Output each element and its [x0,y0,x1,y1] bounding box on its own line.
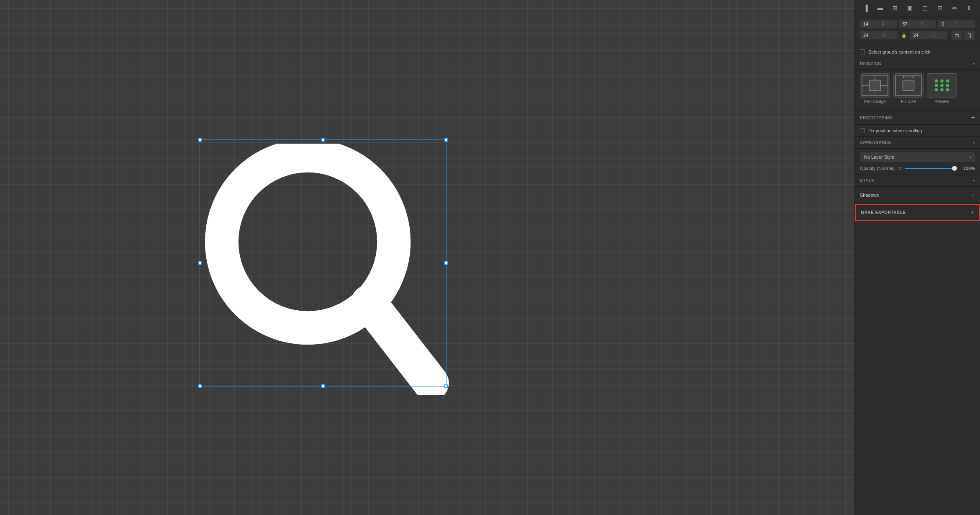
fix-position-label: Fix position when scrolling [868,128,922,133]
select-group-label: Select group's content on click [868,49,930,54]
pin-to-edge-option[interactable]: Pin to Edge [860,73,890,104]
handle-mr[interactable] [444,261,448,265]
shadows-add-btn[interactable]: + [971,192,975,198]
svg-point-19 [940,84,944,87]
layer-style-select-wrap: No Layer Style ▾ [860,152,975,162]
select-group-row: Select group's content on click [855,46,980,58]
x-field-group: X [860,20,897,28]
toolbar-btn-4[interactable]: ▣ [905,3,916,13]
toolbar-btn-2[interactable]: ▬ [875,3,886,13]
rotation-input[interactable] [938,20,955,28]
lock-ratio-btn[interactable]: 🔒 [900,31,908,39]
opacity-slider-thumb[interactable] [952,166,957,171]
svg-rect-3 [869,80,880,90]
fix-position-row: Fix position when scrolling [855,125,980,137]
preview-label: Preview [934,99,949,104]
toolbar-btn-7[interactable]: ⇔ [949,3,960,13]
handle-br[interactable] [444,384,448,388]
make-exportable-label: MAKE EXPORTABLE [861,210,906,215]
opacity-slider-track [905,168,957,169]
fix-size-option[interactable]: Fix Size [893,73,924,104]
toolbar-btn-6[interactable]: ⊟ [934,3,945,13]
handle-tc[interactable] [321,138,325,142]
x-input[interactable] [860,20,881,28]
search-icon-element[interactable] [204,144,455,397]
h-input[interactable] [910,31,931,39]
fix-position-checkbox[interactable] [860,128,865,133]
svg-point-17 [946,80,949,83]
style-section-header[interactable]: STYLE ▾ [855,175,980,187]
flip-horizontal-btn[interactable]: ⇆ [952,31,962,40]
pin-to-edge-label: Pin to Edge [864,99,886,104]
fix-size-label: Fix Size [901,99,916,104]
svg-point-16 [940,80,944,83]
svg-point-15 [935,80,938,83]
svg-rect-9 [903,80,914,90]
rotation-label: ° [955,22,960,26]
w-label: W [881,33,888,38]
shadows-label: Shadows [860,193,879,198]
appearance-chevron: ▾ [973,140,975,145]
prototyping-section-header[interactable]: PROTOTYPING + [855,111,980,125]
svg-point-21 [935,88,938,92]
handle-tl[interactable] [198,138,202,142]
style-section: Shadows + [855,187,980,204]
resizing-controls-section: Pin to Edge Fix Size [855,70,980,111]
canvas [0,0,854,515]
toolbar-btn-3[interactable]: ⊞ [890,3,900,13]
flip-vertical-btn[interactable]: ⇅ [964,31,975,40]
style-title: STYLE [860,178,875,183]
resizing-section-header[interactable]: RESIZING ▾ [855,58,980,70]
h-label: H [931,33,937,38]
handle-tr[interactable] [444,138,448,142]
rotation-field-group: ° [938,20,975,28]
make-exportable-add-btn[interactable]: + [970,209,974,216]
prototyping-add-btn[interactable]: + [971,114,975,121]
toolbar-btn-1[interactable]: ▐ [860,3,871,13]
resizing-title: RESIZING [860,62,881,66]
handle-ml[interactable] [198,261,202,265]
handle-bl[interactable] [198,384,202,388]
y-input[interactable] [899,20,920,28]
right-panel: ▐ ▬ ⊞ ▣ ◫ ⊟ ⇔ ⇕ X Y ° W [854,0,980,515]
y-field-group: Y [899,20,936,28]
preview-option[interactable]: Preview [927,73,957,104]
opacity-row: Opacity (Normal) ⇅ 100% [860,165,975,171]
preview-box[interactable] [927,73,957,98]
svg-point-23 [946,88,949,92]
w-input[interactable] [860,31,881,39]
toolbar-btn-8[interactable]: ⇕ [964,3,975,13]
fix-size-box[interactable] [893,73,924,98]
shadows-row: Shadows + [860,190,975,200]
opacity-value: 100% [960,166,975,171]
w-field-group: W [860,31,898,39]
appearance-section: No Layer Style ▾ Opacity (Normal) ⇅ 100% [855,149,980,175]
prototyping-title: PROTOTYPING [860,116,893,120]
toolbar-btn-5[interactable]: ◫ [919,3,930,13]
h-field-group: H [910,31,948,39]
x-label: X [881,22,887,26]
resizing-chevron: ▾ [973,62,975,66]
y-label: Y [920,22,926,26]
opacity-label: Opacity (Normal) [860,166,895,171]
pin-to-edge-box[interactable] [860,73,890,98]
style-chevron: ▾ [973,178,975,183]
select-group-checkbox[interactable] [860,49,865,54]
opacity-stepper[interactable]: ⇅ [898,166,901,171]
svg-point-20 [946,84,949,87]
appearance-section-header[interactable]: APPEARANCE ▾ [855,137,980,149]
appearance-title: APPEARANCE [860,140,891,145]
handle-bc[interactable] [321,384,325,388]
make-exportable-section[interactable]: MAKE EXPORTABLE + [855,204,980,221]
layer-style-select[interactable]: No Layer Style [860,152,975,162]
position-size-section: X Y ° W 🔒 H ⇆ ⇅ [855,16,980,46]
svg-point-18 [935,84,938,87]
opacity-slider-wrap[interactable] [905,165,957,171]
svg-point-22 [940,88,944,92]
panel-toolbar: ▐ ▬ ⊞ ▣ ◫ ⊟ ⇔ ⇕ [855,0,980,16]
